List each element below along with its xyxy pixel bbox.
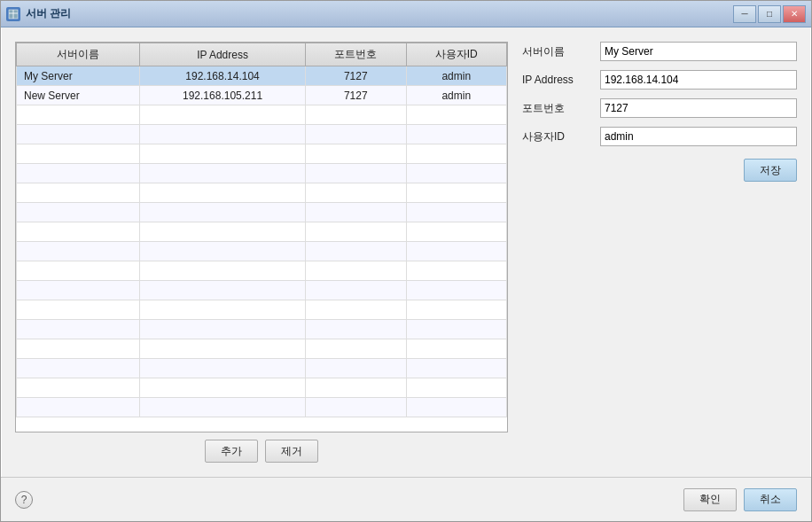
server-table-container: 서버이름 IP Address 포트번호 사용자ID My Server 192…	[15, 42, 508, 432]
cell-empty	[406, 203, 507, 222]
cell-empty	[140, 144, 306, 164]
content-area: 서버이름 IP Address 포트번호 사용자ID My Server 192…	[1, 27, 811, 477]
footer: ? 확인 취소	[1, 477, 811, 521]
col-header-port: 포트번호	[306, 43, 406, 66]
col-header-ip: IP Address	[140, 43, 306, 66]
ip-input[interactable]	[600, 70, 797, 90]
cell-empty	[306, 398, 406, 417]
table-row-empty[interactable]	[17, 242, 507, 261]
server-label: 서버이름	[522, 44, 593, 59]
cell-empty	[17, 125, 140, 144]
cell-empty	[140, 261, 306, 281]
cell-empty	[306, 144, 406, 164]
cell-empty	[406, 183, 507, 203]
cell-empty	[306, 183, 406, 203]
right-panel: 서버이름 IP Address 포트번호 사용자ID 저장	[522, 42, 797, 463]
table-row-empty[interactable]	[17, 125, 507, 144]
cell-empty	[306, 203, 406, 222]
cell-empty	[406, 359, 507, 378]
titlebar-title: 서버 관리	[26, 6, 71, 21]
cell-empty	[140, 300, 306, 320]
cell-empty	[17, 261, 140, 281]
cell-empty	[140, 242, 306, 261]
minimize-button[interactable]: ─	[733, 5, 756, 23]
cell-empty	[306, 339, 406, 359]
cell-empty	[306, 125, 406, 144]
table-row-empty[interactable]	[17, 320, 507, 339]
cell-empty	[406, 339, 507, 359]
port-input[interactable]	[600, 98, 797, 118]
cell-empty	[17, 339, 140, 359]
cell-empty	[140, 183, 306, 203]
table-row-empty[interactable]	[17, 144, 507, 164]
user-input[interactable]	[600, 127, 797, 146]
cell-empty	[17, 378, 140, 398]
cell-empty	[406, 398, 507, 417]
table-row[interactable]: New Server 192.168.105.211 7127 admin	[17, 86, 507, 105]
cell-empty	[17, 242, 140, 261]
cell-empty	[306, 378, 406, 398]
cell-empty	[140, 359, 306, 378]
cell-empty	[306, 261, 406, 281]
table-row-empty[interactable]	[17, 300, 507, 320]
cell-user: admin	[406, 86, 507, 105]
form-row-ip: IP Address	[522, 70, 797, 90]
cell-empty	[17, 222, 140, 242]
add-button[interactable]: 추가	[205, 440, 258, 463]
cell-empty	[306, 300, 406, 320]
cell-empty	[306, 242, 406, 261]
table-row-empty[interactable]	[17, 164, 507, 183]
maximize-button[interactable]: □	[758, 5, 781, 23]
table-row-empty[interactable]	[17, 261, 507, 281]
help-icon[interactable]: ?	[15, 491, 33, 509]
cell-empty	[140, 164, 306, 183]
table-row-empty[interactable]	[17, 378, 507, 398]
cell-empty	[306, 222, 406, 242]
cell-port: 7127	[306, 86, 406, 105]
cell-user: admin	[406, 66, 507, 86]
table-row[interactable]: My Server 192.168.14.104 7127 admin	[17, 66, 507, 86]
cell-empty	[17, 183, 140, 203]
cell-empty	[406, 125, 507, 144]
cell-empty	[406, 222, 507, 242]
cell-empty	[140, 378, 306, 398]
cell-empty	[17, 300, 140, 320]
table-buttons: 추가 제거	[15, 440, 508, 463]
cell-empty	[306, 105, 406, 125]
save-button[interactable]: 저장	[744, 159, 797, 182]
cell-empty	[306, 281, 406, 300]
cell-empty	[406, 105, 507, 125]
titlebar-left: 서버 관리	[6, 6, 71, 21]
table-row-empty[interactable]	[17, 281, 507, 300]
table-row-empty[interactable]	[17, 359, 507, 378]
col-header-name: 서버이름	[17, 43, 140, 66]
table-row-empty[interactable]	[17, 339, 507, 359]
cell-empty	[406, 300, 507, 320]
server-input[interactable]	[600, 42, 797, 61]
cell-empty	[306, 320, 406, 339]
cell-empty	[140, 222, 306, 242]
left-panel: 서버이름 IP Address 포트번호 사용자ID My Server 192…	[15, 42, 508, 463]
cancel-button[interactable]: 취소	[744, 488, 797, 511]
cell-empty	[406, 144, 507, 164]
cell-empty	[406, 261, 507, 281]
table-row-empty[interactable]	[17, 183, 507, 203]
port-label: 포트번호	[522, 101, 593, 116]
remove-button[interactable]: 제거	[265, 440, 318, 463]
titlebar: 서버 관리 ─ □ ✕	[1, 1, 811, 27]
cell-empty	[406, 281, 507, 300]
table-row-empty[interactable]	[17, 203, 507, 222]
ip-label: IP Address	[522, 74, 593, 86]
cell-name: My Server	[17, 66, 140, 86]
table-row-empty[interactable]	[17, 398, 507, 417]
table-row-empty[interactable]	[17, 222, 507, 242]
server-table: 서버이름 IP Address 포트번호 사용자ID My Server 192…	[16, 43, 507, 417]
table-row-empty[interactable]	[17, 105, 507, 125]
close-button[interactable]: ✕	[783, 5, 806, 23]
cell-empty	[140, 320, 306, 339]
cell-empty	[17, 281, 140, 300]
cell-empty	[140, 105, 306, 125]
confirm-button[interactable]: 확인	[683, 488, 737, 511]
user-label: 사용자ID	[522, 129, 593, 144]
cell-empty	[140, 339, 306, 359]
